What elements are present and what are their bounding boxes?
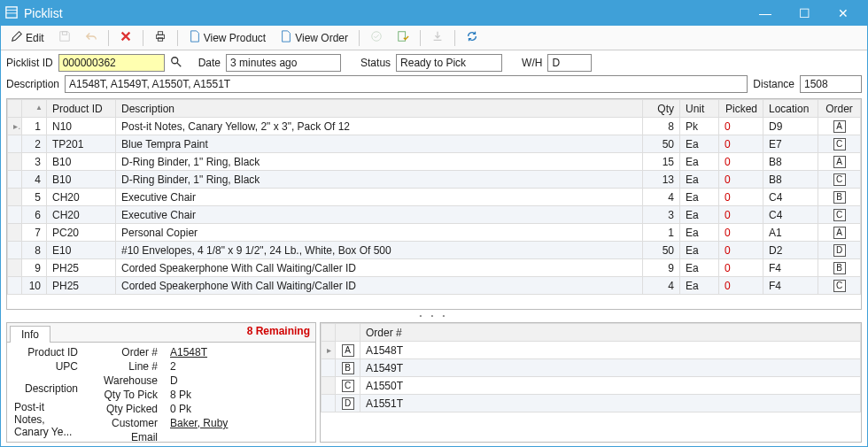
info-pane: Info 8 Remaining Product ID UPC Descript… (6, 322, 316, 443)
cell-order: A (818, 224, 861, 242)
wh-input[interactable] (547, 54, 592, 72)
info-order-no[interactable]: A1548T (170, 346, 228, 358)
order-badge: C (833, 173, 846, 186)
cell-picked: 0 (719, 242, 763, 259)
table-row[interactable]: ▸1N10Post-it Notes, Canary Yellow, 2" x … (8, 118, 861, 135)
orders-rowselector[interactable] (322, 324, 336, 342)
row-indicator[interactable] (8, 153, 22, 171)
undo-button (79, 27, 104, 48)
save-icon (58, 30, 71, 45)
table-row[interactable]: 3B10D-Ring Binder, 1" Ring, Black15Ea0B8… (8, 153, 861, 171)
cell-qty: 1 (643, 224, 680, 242)
table-row[interactable]: 7PC20Personal Copier1Ea0A1A (8, 224, 861, 242)
table-row[interactable]: 10PH25Corded Speakerphone With Call Wait… (8, 277, 861, 295)
info-qty-to-pick-label: Qty To Pick (90, 389, 158, 401)
orders-row[interactable]: DA1551T (322, 395, 861, 412)
maximize-button[interactable]: ☐ (785, 1, 824, 26)
close-button[interactable]: ✕ (824, 1, 863, 26)
cell-qty: 9 (643, 259, 680, 277)
col-description[interactable]: Description (116, 100, 643, 118)
row-indicator[interactable] (8, 242, 22, 259)
col-order[interactable]: Order (818, 100, 861, 118)
tab-info[interactable]: Info (10, 326, 50, 343)
cell-description: Personal Copier (116, 224, 643, 242)
cell-description: D-Ring Binder, 1" Ring, Black (116, 153, 643, 171)
distance-input[interactable] (800, 75, 862, 93)
edit-note-button[interactable] (391, 27, 415, 48)
orders-table[interactable]: Order # ▸AA1548TBA1549TCA1550TDA1551T (321, 323, 861, 412)
col-qty[interactable]: Qty (643, 100, 680, 118)
print-icon (154, 30, 167, 45)
row-indicator[interactable] (8, 259, 22, 277)
cell-location: C4 (763, 189, 818, 206)
cell-location: B8 (763, 171, 818, 189)
status-input[interactable] (396, 54, 502, 72)
info-upc-label: UPC (14, 360, 78, 373)
row-indicator[interactable] (322, 359, 336, 377)
col-product-id[interactable]: Product ID (47, 100, 116, 118)
table-row[interactable]: 2TP201Blue Tempra Paint50Ea0E7C (8, 135, 861, 153)
view-product-button[interactable]: View Product (182, 27, 272, 48)
view-product-label: View Product (204, 32, 266, 44)
sort-asc-icon: ▲ (35, 104, 43, 112)
row-indicator[interactable]: ▸ (8, 118, 22, 135)
cell-order: A (818, 118, 861, 135)
picklist-id-input[interactable] (58, 54, 165, 72)
col-location[interactable]: Location (763, 100, 818, 118)
orders-cell-letter: B (336, 359, 360, 377)
table-row[interactable]: 8E10#10 Envelopes, 4 1/8" x 9 1/2", 24 L… (8, 242, 861, 259)
delete-button[interactable] (113, 27, 138, 48)
cell-qty: 4 (643, 189, 680, 206)
row-indicator[interactable] (322, 395, 336, 412)
col-picked[interactable]: Picked (719, 100, 763, 118)
info-customer[interactable]: Baker, Ruby (170, 417, 228, 429)
cell-location: E7 (763, 135, 818, 153)
row-indicator[interactable] (8, 135, 22, 153)
cell-picked: 0 (719, 135, 763, 153)
row-indicator[interactable]: ▸ (322, 342, 336, 359)
row-indicator[interactable] (8, 189, 22, 206)
orders-col-letter[interactable] (336, 324, 360, 342)
orders-row[interactable]: ▸AA1548T (322, 342, 861, 359)
col-rownum[interactable]: ▲ (22, 100, 47, 118)
minimize-button[interactable]: — (746, 1, 785, 26)
cell-order: C (818, 277, 861, 295)
order-badge: A (833, 156, 846, 168)
orders-cell-order: A1551T (360, 395, 861, 412)
orders-row[interactable]: CA1550T (322, 377, 861, 395)
horizontal-splitter[interactable]: • • • (1, 312, 867, 322)
view-order-button[interactable]: View Order (274, 27, 354, 48)
cell-product-id: PH25 (47, 277, 116, 295)
orders-cell-order: A1550T (360, 377, 861, 395)
search-icon[interactable] (170, 56, 182, 71)
table-row[interactable]: 9PH25Corded Speakerphone With Call Waiti… (8, 259, 861, 277)
orders-col-order[interactable]: Order # (360, 324, 861, 342)
row-indicator[interactable] (322, 377, 336, 395)
row-indicator[interactable] (8, 224, 22, 242)
refresh-button[interactable] (460, 27, 484, 48)
col-rowselector[interactable] (8, 100, 22, 118)
cell-description: Executive Chair (116, 189, 643, 206)
order-badge: D (833, 244, 846, 257)
row-indicator[interactable] (8, 171, 22, 189)
row-indicator[interactable] (8, 206, 22, 224)
info-product-id-label: Product ID (14, 346, 78, 358)
order-badge: D (342, 397, 354, 410)
table-row[interactable]: 4B10D-Ring Binder, 1" Ring, Black13Ea0B8… (8, 171, 861, 189)
table-row[interactable]: 5CH20Executive Chair4Ea0C4B (8, 189, 861, 206)
info-qty-picked: 0 Pk (170, 403, 228, 415)
approve-button (364, 27, 389, 48)
cell-qty: 13 (643, 171, 680, 189)
col-unit[interactable]: Unit (680, 100, 719, 118)
order-badge: C (833, 209, 846, 221)
document-icon (189, 30, 201, 45)
table-row[interactable]: 6CH20Executive Chair3Ea0C4C (8, 206, 861, 224)
description-input[interactable] (65, 75, 748, 93)
date-input[interactable] (226, 54, 341, 72)
print-button[interactable] (148, 27, 173, 48)
row-indicator[interactable] (8, 277, 22, 295)
picklist-table[interactable]: ▲ Product ID Description Qty Unit Picked… (7, 99, 861, 295)
info-tabs: Info 8 Remaining (7, 323, 315, 343)
orders-row[interactable]: BA1549T (322, 359, 861, 377)
edit-button[interactable]: Edit (4, 27, 50, 48)
